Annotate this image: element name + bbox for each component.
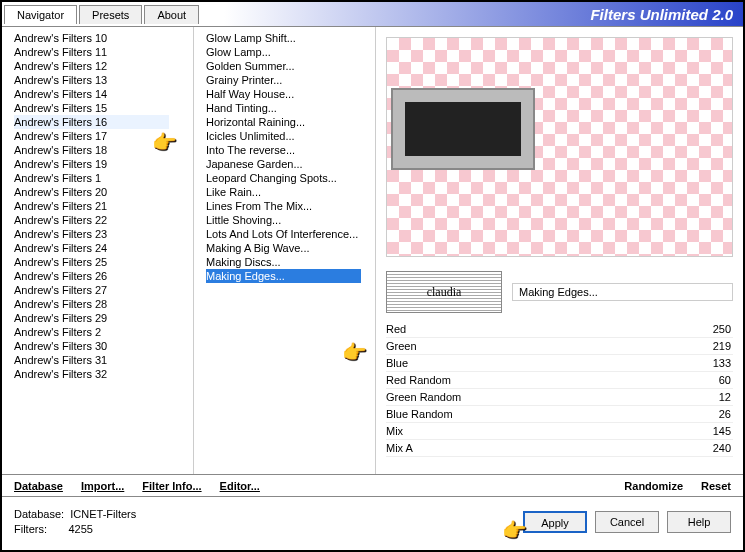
slider-row[interactable]: Red250 [386,321,733,338]
filter-item[interactable]: Making Discs... [206,255,361,269]
slider-row[interactable]: Blue133 [386,355,733,372]
slider-value: 240 [691,442,731,454]
slider-value: 250 [691,323,731,335]
tab-navigator[interactable]: Navigator [4,5,77,24]
category-item[interactable]: Andrew's Filters 18 [14,143,169,157]
slider-label: Mix A [386,442,413,454]
category-item[interactable]: Andrew's Filters 17 [14,129,169,143]
tab-about[interactable]: About [144,5,199,24]
filters-count-label: Filters: [14,523,47,535]
category-item[interactable]: Andrew's Filters 24 [14,241,169,255]
category-item[interactable]: Andrew's Filters 2 [14,325,169,339]
randomize-button[interactable]: Randomize [624,480,683,492]
category-item[interactable]: Andrew's Filters 14 [14,87,169,101]
filter-item[interactable]: Japanese Garden... [206,157,361,171]
app-title: Filters Unlimited 2.0 [590,6,733,23]
filter-item[interactable]: Half Way House... [206,87,361,101]
filter-item[interactable]: Into The reverse... [206,143,361,157]
slider-row[interactable]: Green Random12 [386,389,733,406]
slider-label: Blue Random [386,408,453,420]
slider-row[interactable]: Green219 [386,338,733,355]
category-item[interactable]: Andrew's Filters 22 [14,213,169,227]
db-label: Database: [14,508,64,520]
reset-button[interactable]: Reset [701,480,731,492]
filter-item[interactable]: Glow Lamp Shift... [206,31,361,45]
slider-label: Green Random [386,391,461,403]
slider-label: Blue [386,357,408,369]
filter-item[interactable]: Hand Tinting... [206,101,361,115]
filter-info-button[interactable]: Filter Info... [142,480,201,492]
category-item[interactable]: Andrew's Filters 20 [14,185,169,199]
category-item[interactable]: Andrew's Filters 28 [14,297,169,311]
category-item[interactable]: Andrew's Filters 1 [14,171,169,185]
category-item[interactable]: Andrew's Filters 13 [14,73,169,87]
slider-label: Green [386,340,417,352]
import-button[interactable]: Import... [81,480,124,492]
slider-label: Red [386,323,406,335]
cancel-button[interactable]: Cancel [595,511,659,533]
filters-count-value: 4255 [68,523,92,535]
filter-item[interactable]: Grainy Printer... [206,73,361,87]
category-item[interactable]: Andrew's Filters 12 [14,59,169,73]
category-list[interactable]: Andrew's Filters 10Andrew's Filters 11An… [14,31,193,474]
category-item[interactable]: Andrew's Filters 21 [14,199,169,213]
slider-panel: Red250Green219Blue133Red Random60Green R… [376,317,743,474]
slider-row[interactable]: Mix145 [386,423,733,440]
slider-value: 219 [691,340,731,352]
filter-item[interactable]: Golden Summer... [206,59,361,73]
slider-row[interactable]: Blue Random26 [386,406,733,423]
filter-item[interactable]: Glow Lamp... [206,45,361,59]
slider-value: 145 [691,425,731,437]
filter-item[interactable]: Making A Big Wave... [206,241,361,255]
editor-button[interactable]: Editor... [220,480,260,492]
category-item[interactable]: Andrew's Filters 16 [14,115,169,129]
preview-image [386,37,733,257]
slider-label: Red Random [386,374,451,386]
slider-label: Mix [386,425,403,437]
category-item[interactable]: Andrew's Filters 30 [14,339,169,353]
category-item[interactable]: Andrew's Filters 26 [14,269,169,283]
database-button[interactable]: Database [14,480,63,492]
filter-item[interactable]: Making Edges... [206,269,361,283]
category-item[interactable]: Andrew's Filters 15 [14,101,169,115]
filter-item[interactable]: Icicles Unlimited... [206,129,361,143]
filter-item[interactable]: Leopard Changing Spots... [206,171,361,185]
category-item[interactable]: Andrew's Filters 23 [14,227,169,241]
category-item[interactable]: Andrew's Filters 32 [14,367,169,381]
author-logo: claudia [386,271,502,313]
category-item[interactable]: Andrew's Filters 11 [14,45,169,59]
current-filter-name: Making Edges... [512,283,733,301]
category-item[interactable]: Andrew's Filters 31 [14,353,169,367]
preview-thumb [393,90,533,168]
slider-row[interactable]: Red Random60 [386,372,733,389]
tab-presets[interactable]: Presets [79,5,142,24]
filter-item[interactable]: Little Shoving... [206,213,361,227]
db-value: ICNET-Filters [70,508,136,520]
slider-value: 26 [691,408,731,420]
slider-row[interactable]: Mix A240 [386,440,733,457]
slider-value: 12 [691,391,731,403]
slider-value: 133 [691,357,731,369]
slider-value: 60 [691,374,731,386]
category-item[interactable]: Andrew's Filters 19 [14,157,169,171]
category-item[interactable]: Andrew's Filters 10 [14,31,169,45]
filter-item[interactable]: Lots And Lots Of Interference... [206,227,361,241]
help-button[interactable]: Help [667,511,731,533]
filter-item[interactable]: Like Rain... [206,185,361,199]
filter-item[interactable]: Lines From The Mix... [206,199,361,213]
category-item[interactable]: Andrew's Filters 27 [14,283,169,297]
apply-button[interactable]: Apply [523,511,587,533]
category-item[interactable]: Andrew's Filters 25 [14,255,169,269]
filter-list[interactable]: Glow Lamp Shift...Glow Lamp...Golden Sum… [206,31,375,474]
filter-item[interactable]: Horizontal Raining... [206,115,361,129]
category-item[interactable]: Andrew's Filters 29 [14,311,169,325]
